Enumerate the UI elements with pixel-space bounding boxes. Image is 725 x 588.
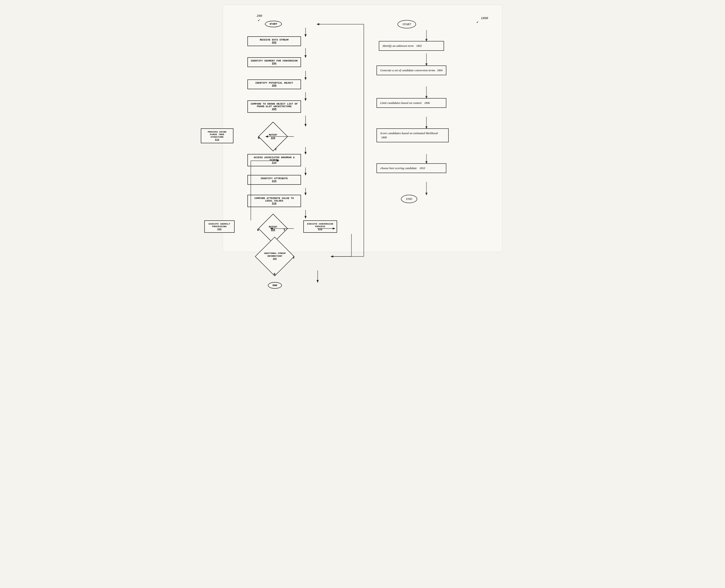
node-210: MATCH? 210 — [262, 126, 283, 147]
node-206: IDENTIFY POTENTIAL OBJECT 206 — [248, 80, 301, 89]
end-label-left: END — [268, 282, 282, 289]
start-oval: START — [265, 21, 282, 27]
node-1808-text: Score candidates based on estimated like… — [380, 131, 438, 135]
label-210-y: Y — [275, 148, 277, 151]
start-label: START — [265, 21, 282, 27]
node-204-text: IDENTIFY SEGMENT FOR CONVERSION — [251, 60, 298, 62]
node-222-text: EXECUTE ANOMALY PROCESSING — [208, 223, 231, 228]
node-1806-text: Limit candidates based on context — [380, 101, 422, 105]
node-216-text: IDENTIFY ATTRIBUTE — [251, 177, 298, 180]
node-202: RECEIVE DATA STREAM 202 — [248, 36, 301, 46]
node-216-ref: 216 — [251, 180, 298, 183]
node-202-text: RECEIVE DATA STREAM — [251, 39, 298, 41]
node-1802-ref: 1802 — [416, 44, 422, 47]
node-223-text: EXECUTE CONVERSION PROCESS — [306, 223, 334, 228]
end-label-right: END — [401, 195, 417, 203]
node-1808-ref: 1808 — [381, 136, 387, 139]
node-218-ref: 218 — [251, 202, 298, 205]
node-224: ADDITIONAL STREAM INFORMATION? 224 — [261, 243, 289, 271]
node-1804: Generate a set of candidate conversion t… — [377, 65, 446, 75]
node-208: COMPARE TO KNOWN OBJECT LIST OF FRAME-SL… — [248, 100, 301, 113]
node-220-text: MATCH? — [269, 226, 277, 229]
node-206-ref: 206 — [251, 84, 298, 87]
node-210-text: MATCH? — [269, 133, 277, 136]
node-1802-text: Identify an unknown term — [383, 44, 413, 47]
arrow-200-icon: ↙ — [258, 18, 260, 22]
node-1802: Identify an unknown term 1802 — [379, 41, 444, 51]
node-220-ref: 220 — [269, 229, 277, 232]
node-1810-text: choose best scoring candidate — [380, 166, 417, 170]
label-220-y: Y — [283, 229, 285, 232]
node-1806: Limit candidates based on context 1806 — [377, 98, 446, 108]
node-212-text: PROCESS USING PARSE TREE STRUCTURE — [204, 131, 230, 139]
node-212-ref: 212 — [204, 139, 230, 141]
node-202-ref: 202 — [251, 41, 298, 44]
node-222-ref: 222 — [208, 228, 231, 230]
node-206-text: IDENTIFY POTENTIAL OBJECT — [251, 82, 298, 84]
node-214: ACCESS ASSOCIATED GRAMMAR & SCHEMA 214 — [248, 154, 301, 166]
node-208-text: COMPARE TO KNOWN OBJECT LIST OF FRAME-SL… — [251, 103, 298, 108]
node-214-text: ACCESS ASSOCIATED GRAMMAR & SCHEMA — [251, 156, 298, 162]
node-204-ref: 204 — [251, 62, 298, 65]
page: 200 ↙ START RECEIVE DATA STREAM 202 IDEN… — [223, 5, 502, 252]
node-1808: Score candidates based on estimated like… — [377, 128, 449, 142]
left-flowchart: 200 ↙ START RECEIVE DATA STREAM 202 IDEN… — [235, 14, 356, 243]
node-210-ref: 210 — [269, 136, 277, 140]
arrow-1800-icon: ↙ — [476, 19, 479, 24]
node-204: IDENTIFY SEGMENT FOR CONVERSION 204 — [248, 57, 301, 67]
right-start-oval: START — [398, 20, 416, 28]
node-220: MATCH? 220 — [262, 218, 283, 239]
label-220-n: N — [257, 229, 259, 232]
node-1810-ref: 1810 — [419, 167, 425, 170]
node-224-text: ADDITIONAL STREAM INFORMATION? — [261, 252, 288, 258]
end-oval-left: END — [268, 282, 282, 289]
right-start-label: START — [398, 20, 416, 28]
node-218: COMPARE ATTRIBUTE VALUE TO LEGAL VALUES … — [248, 195, 301, 207]
node-1804-ref: 1804 — [437, 69, 442, 72]
label-1800: 1800 — [481, 17, 488, 20]
node-1806-ref: 1806 — [424, 101, 430, 105]
node-1810: choose best scoring candidate 1810 — [377, 163, 446, 173]
node-223: EXECUTE CONVERSION PROCESS 223 — [303, 220, 337, 233]
label-200: 200 — [257, 14, 262, 18]
diagram-container: 200 ↙ START RECEIVE DATA STREAM 202 IDEN… — [228, 9, 497, 247]
node-212: PROCESS USING PARSE TREE STRUCTURE 212 — [201, 128, 233, 143]
end-oval-right: END — [401, 195, 417, 203]
node-218-text: COMPARE ATTRIBUTE VALUE TO LEGAL VALUES — [251, 197, 298, 202]
label-224-y: Y — [293, 256, 295, 260]
label-224-n: N — [274, 273, 275, 276]
node-222: EXECUTE ANOMALY PROCESSING 222 — [204, 220, 235, 233]
node-208-ref: 208 — [251, 108, 298, 110]
node-216: IDENTIFY ATTRIBUTE 216 — [248, 175, 301, 185]
node-223-ref: 223 — [306, 228, 334, 230]
right-flowchart: 1800 ↙ START Identify an unknown term 18… — [369, 14, 490, 224]
node-224-ref: 224 — [261, 258, 288, 261]
label-210-n: N — [258, 136, 259, 140]
node-214-ref: 214 — [251, 162, 298, 164]
node-1804-text: Generate a set of candidate conversion t… — [380, 68, 435, 72]
